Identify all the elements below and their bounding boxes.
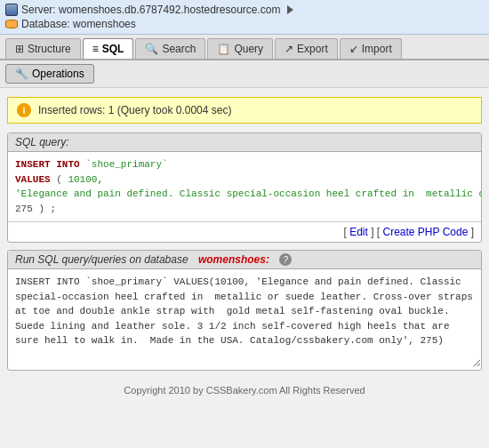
run-sql-textarea[interactable] [8,269,481,367]
tab-search[interactable]: 🔍 Search [135,38,205,59]
database-row: Database: womenshoes [5,17,484,31]
import-icon: ↙ [349,43,358,55]
edit-link[interactable]: Edit [349,226,368,238]
tab-import-label: Import [362,43,392,55]
database-icon [5,20,18,28]
tab-query[interactable]: 📋 Query [207,38,273,59]
info-box: i Inserted rows: 1 (Query took 0.0004 se… [7,97,482,124]
tab-export[interactable]: ↗ Export [275,38,338,59]
sql-value-end: 275 ) ; [15,204,56,214]
tab-export-label: Export [297,43,328,55]
sql-keyword-insert: INSERT INTO [15,159,80,170]
sql-query-section: SQL query: INSERT INTO `shoe_primary` VA… [7,132,482,243]
edit-row: [ Edit ] [ Create PHP Code ] [8,222,481,242]
server-row: Server: womenshoes.db.6787492.hostedreso… [5,3,484,17]
tab-structure[interactable]: ⊞ Structure [5,38,81,59]
tab-sql-label: SQL [102,43,124,55]
tab-bar: ⊞ Structure ≡ SQL 🔍 Search 📋 Query ↗ Exp… [0,35,489,60]
structure-icon: ⊞ [15,43,24,55]
run-sql-title: Run SQL query/queries on database [15,253,188,266]
create-php-link[interactable]: Create PHP Code [382,226,468,238]
run-sql-db-link[interactable]: womenshoes: [198,253,269,266]
server-label: Server: womenshoes.db.6787492.hostedreso… [21,4,281,16]
sql-query-title: SQL query: [15,136,68,148]
sql-query-header: SQL query: [8,133,481,152]
sql-value-id: 10100 [68,174,97,185]
help-icon[interactable]: ? [279,253,292,266]
search-icon: 🔍 [145,43,158,55]
operations-label: Operations [32,68,84,80]
tab-search-label: Search [162,43,196,55]
tab-query-label: Query [234,43,263,55]
tab-import[interactable]: ↙ Import [340,38,402,59]
footer-text: Copyright 2010 by CSSBakery.com All Righ… [124,385,365,396]
server-icon [5,4,18,16]
operations-bar: 🔧 Operations [0,60,489,88]
top-bar: Server: womenshoes.db.6787492.hostedreso… [0,0,489,35]
info-icon: i [17,103,31,117]
database-label: Database: womenshoes [21,18,136,30]
tab-structure-label: Structure [28,43,71,55]
tab-sql[interactable]: ≡ SQL [83,38,134,59]
sql-query-content: INSERT INTO `shoe_primary` VALUES ( 1010… [8,152,481,221]
server-arrow-icon [287,5,293,14]
export-icon: ↗ [285,43,293,55]
sql-value-desc: 'Elegance and pain defined. Classic spec… [15,188,481,199]
sql-table-name: `shoe_primary` [85,159,167,170]
run-sql-header: Run SQL query/queries on database womens… [8,251,481,269]
sql-keyword-values: VALUES [15,174,51,185]
query-icon: 📋 [217,43,230,55]
footer: Copyright 2010 by CSSBakery.com All Righ… [0,378,489,403]
info-message: Inserted rows: 1 (Query took 0.0004 sec) [38,104,231,116]
operations-icon: 🔧 [15,68,28,80]
sql-icon: ≡ [92,43,99,55]
run-sql-section: Run SQL query/queries on database womens… [7,250,482,371]
operations-button[interactable]: 🔧 Operations [5,64,94,84]
